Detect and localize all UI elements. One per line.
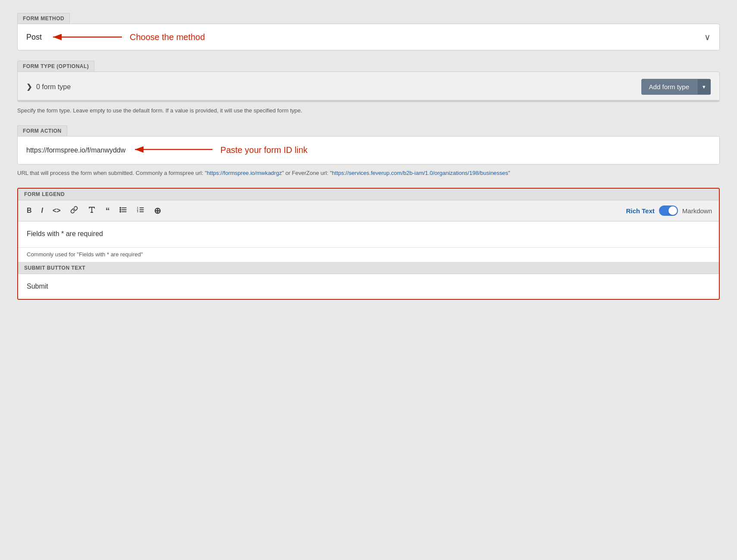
method-chevron[interactable]: ∨ (704, 32, 711, 42)
type-left: ❯ 0 form type (26, 83, 71, 91)
action-annotation-text: Paste your form ID link (220, 145, 307, 155)
type-row: ❯ 0 form type Add form type ▾ (26, 79, 711, 95)
rich-text-toggle[interactable] (659, 205, 678, 216)
form-method-body: Post Choose the method (17, 24, 720, 50)
add-form-type-label: Add form type (641, 79, 697, 95)
toolbar-italic[interactable]: I (40, 206, 45, 215)
toolbar-right: Rich Text Markdown (626, 205, 712, 216)
legend-toolbar: B I <> “ (18, 200, 719, 221)
legend-hint: Commonly used for "Fields with * are req… (18, 247, 719, 262)
form-type-hint: Specify the form type. Leave empty to us… (17, 106, 720, 115)
submit-value[interactable]: Submit (27, 283, 48, 290)
hint-link1: https://formspree.io/mwkadrgz (207, 170, 282, 176)
submit-button-text-label: SUBMIT BUTTON TEXT (18, 262, 91, 274)
form-action-body: https://formspree.io/f/manwyddw Paste yo… (17, 136, 720, 165)
form-type-label: FORM TYPE (OPTIONAL) (17, 61, 94, 72)
legend-outer-section: FORM LEGEND B I <> “ (17, 188, 720, 300)
toolbar-insert[interactable]: ⊕ (152, 205, 163, 217)
toolbar-ordered[interactable]: 1 2 3 (135, 205, 146, 216)
form-action-url: https://formspree.io/f/manwyddw (26, 146, 125, 154)
form-action-hint: URL that will process the form when subm… (17, 169, 720, 178)
hint-prefix: URL that will process the form when subm… (17, 170, 207, 176)
svg-point-11 (120, 212, 121, 212)
type-count: 0 form type (36, 83, 71, 91)
method-left: Post Choose the method (26, 31, 205, 43)
hint-link2: https://services.feverup.com/b2b-iam/1.0… (332, 170, 508, 176)
method-value: Post (26, 33, 42, 42)
legend-content-area: Fields with * are required (18, 221, 719, 247)
toolbar-quote[interactable]: “ (104, 205, 112, 217)
method-row: Post Choose the method (26, 31, 711, 43)
legend-text[interactable]: Fields with * are required (27, 230, 103, 237)
toolbar-bold[interactable]: B (25, 206, 34, 215)
toolbar-bullet[interactable] (118, 205, 129, 216)
toolbar-heading[interactable] (86, 205, 98, 216)
toolbar-link[interactable] (69, 205, 80, 216)
markdown-label: Markdown (682, 207, 712, 215)
form-action-label: FORM ACTION (17, 125, 67, 136)
action-arrow (131, 143, 217, 157)
form-legend-label: FORM LEGEND (18, 189, 71, 200)
action-arrow-svg (131, 143, 217, 156)
svg-text:3: 3 (137, 210, 138, 213)
action-row: https://formspree.io/f/manwyddw Paste yo… (26, 143, 711, 157)
svg-point-9 (120, 208, 121, 208)
toggle-track[interactable] (659, 205, 678, 216)
form-method-label: FORM METHOD (17, 13, 70, 24)
hint-mid: " or FeverZone url: " (282, 170, 332, 176)
legend-header-row: FORM LEGEND (18, 189, 719, 200)
method-annotation: Choose the method (49, 31, 205, 43)
form-type-section: FORM TYPE (OPTIONAL) ❯ 0 form type Add f… (17, 61, 720, 115)
form-method-section: FORM METHOD Post (17, 13, 720, 50)
arrow-svg (49, 31, 126, 43)
type-chevron-right: ❯ (26, 83, 32, 91)
toggle-thumb (668, 206, 677, 215)
hint-suffix: " (508, 170, 510, 176)
toolbar-left: B I <> “ (25, 205, 163, 217)
method-arrow (49, 31, 126, 43)
legend-hint-text: Commonly used for "Fields with * are req… (27, 251, 143, 258)
submit-section: SUBMIT BUTTON TEXT Submit (18, 262, 719, 299)
add-form-type-button[interactable]: Add form type ▾ (641, 79, 711, 95)
submit-header-row: SUBMIT BUTTON TEXT (18, 262, 719, 274)
form-type-body: ❯ 0 form type Add form type ▾ (17, 72, 720, 102)
toolbar-code[interactable]: <> (51, 206, 62, 215)
method-annotation-text: Choose the method (130, 32, 205, 42)
svg-point-10 (120, 209, 121, 210)
action-annotation: Paste your form ID link (131, 143, 307, 157)
type-separator (18, 100, 719, 102)
rich-text-label: Rich Text (626, 207, 654, 215)
add-form-type-arrow[interactable]: ▾ (697, 79, 711, 94)
submit-content: Submit (18, 274, 719, 299)
form-action-section: FORM ACTION https://formspree.io/f/manwy… (17, 125, 720, 178)
